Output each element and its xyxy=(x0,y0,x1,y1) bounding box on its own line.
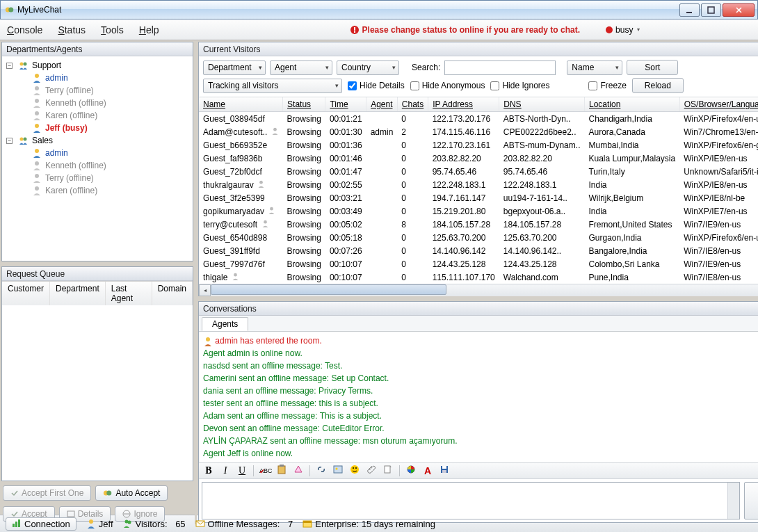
conversations-title: Conversations xyxy=(203,304,257,314)
visitor-row[interactable]: terry@cutesoft Browsing00:05:028184.105.… xyxy=(199,218,758,231)
svg-point-7 xyxy=(20,63,24,66)
hide-details-checkbox[interactable]: Hide Details xyxy=(348,81,405,90)
maximize-button[interactable] xyxy=(701,3,721,17)
close-button[interactable] xyxy=(723,3,755,17)
col-ip-address[interactable]: IP Address xyxy=(428,97,499,112)
bold-button[interactable]: B xyxy=(203,465,214,476)
queue-col-domain[interactable]: Domain xyxy=(152,282,193,305)
departments-panel: Departments/Agents −SupportadminTerry (o… xyxy=(1,42,193,261)
hide-ignores-checkbox[interactable]: Hide Ignores xyxy=(490,81,549,90)
col-dns[interactable]: DNS xyxy=(499,97,585,112)
window-titlebar: MyLiveChat xyxy=(0,0,758,19)
svg-point-34 xyxy=(271,207,274,210)
menu-status[interactable]: Status xyxy=(58,24,86,35)
minimize-button[interactable] xyxy=(679,3,700,17)
menu-help[interactable]: Help xyxy=(139,24,159,35)
svg-point-60 xyxy=(89,519,93,524)
svg-point-18 xyxy=(35,174,39,178)
save-button[interactable] xyxy=(439,465,450,477)
tree-agent[interactable]: Kenneth (offline) xyxy=(3,97,191,109)
visitor-row[interactable]: Guest_3f2e5399Browsing00:03:210194.7.161… xyxy=(199,191,758,204)
emoji-button[interactable] xyxy=(349,465,360,477)
visitor-row[interactable]: Guest_038945dfBrowsing00:01:210122.173.2… xyxy=(199,112,758,126)
request-queue-title: Request Queue xyxy=(6,269,65,279)
send-button[interactable]: Send xyxy=(744,482,758,519)
tab-agents[interactable]: Agents xyxy=(202,317,248,331)
menu-tools[interactable]: Tools xyxy=(101,24,124,35)
horizontal-scrollbar[interactable]: ◂ ▸ xyxy=(199,284,758,296)
visitor-row[interactable]: Guest_391ff9fdBrowsing00:07:26014.140.96… xyxy=(199,244,758,257)
queue-col-customer[interactable]: Customer xyxy=(2,282,50,305)
font-color-button[interactable]: A xyxy=(422,465,433,476)
visitor-row[interactable]: Guest_faf9836bBrowsing00:01:460203.82.82… xyxy=(199,152,758,165)
queue-headers: CustomerDepartmentLast AgentDomain xyxy=(2,281,193,305)
status-value: busy xyxy=(615,25,633,35)
attach-button[interactable] xyxy=(366,465,377,477)
sort-button[interactable]: Sort xyxy=(627,60,678,75)
tree-agent[interactable]: Jeff (busy) xyxy=(3,122,191,134)
svg-rect-59 xyxy=(18,519,20,527)
menu-bar: Console Status Tools Help Please change … xyxy=(0,19,758,40)
editor-scrollbar[interactable] xyxy=(727,483,739,519)
auto-accept-button[interactable]: Auto Accept xyxy=(95,485,168,501)
reload-button[interactable]: Reload xyxy=(632,78,684,93)
tree-agent[interactable]: admin xyxy=(3,147,191,159)
svg-rect-5 xyxy=(354,27,355,31)
status-warning: Please change status to online if you ar… xyxy=(350,25,580,35)
menu-console[interactable]: Console xyxy=(7,24,42,35)
tree-agent[interactable]: Kenneth (offline) xyxy=(3,159,191,172)
statusbar-offline: Offline Messages: 7 xyxy=(195,519,293,529)
queue-col-last-agent[interactable]: Last Agent xyxy=(106,282,152,305)
connection-button[interactable]: Connection xyxy=(6,517,76,531)
search-input[interactable] xyxy=(444,61,556,75)
send-file-button[interactable] xyxy=(382,465,394,477)
col-os-browser-language[interactable]: OS/Browser/Language xyxy=(679,97,758,112)
italic-button[interactable]: I xyxy=(220,465,231,476)
visitor-row[interactable]: Guest_7997d76fBrowsing00:10:070124.43.25… xyxy=(199,257,758,271)
visitor-row[interactable]: Guest_72bf0dcfBrowsing00:01:47095.74.65.… xyxy=(199,165,758,178)
department-dropdown[interactable]: Department xyxy=(203,61,266,75)
visitor-row[interactable]: gopikumaryadav Browsing00:03:49015.219.2… xyxy=(199,204,758,218)
accept-first-button[interactable]: Accept First One xyxy=(3,485,91,501)
tree-agent[interactable]: Terry (offline) xyxy=(3,84,191,97)
visitor-row[interactable]: Guest_b669352eBrowsing00:01:360122.170.2… xyxy=(199,138,758,152)
queue-col-department[interactable]: Department xyxy=(50,282,106,305)
message-input[interactable] xyxy=(202,482,740,519)
hide-anonymous-checkbox[interactable]: Hide Anonymous xyxy=(410,81,485,90)
svg-point-62 xyxy=(127,521,131,524)
spellcheck-button[interactable]: ABC✔ xyxy=(259,467,271,474)
col-status[interactable]: Status xyxy=(283,97,325,112)
tracking-dropdown[interactable]: Tracking all visitors xyxy=(203,79,342,93)
col-location[interactable]: Location xyxy=(584,97,679,112)
agent-tree[interactable]: −SupportadminTerry (offline)Kenneth (off… xyxy=(2,56,193,261)
tree-agent[interactable]: admin xyxy=(3,72,191,84)
departments-title: Departments/Agents xyxy=(6,45,82,54)
paste-button[interactable] xyxy=(276,465,287,477)
col-name[interactable]: Name xyxy=(199,97,283,112)
tree-agent[interactable]: Karen (offline) xyxy=(3,184,191,197)
col-time[interactable]: Time xyxy=(325,97,366,112)
search-field-dropdown[interactable]: Name xyxy=(567,61,622,75)
statusbar-user: Jeff xyxy=(86,519,113,529)
visitor-row[interactable]: Adam@cutesoft.. Browsing00:01:30admin217… xyxy=(199,125,758,138)
visitor-row[interactable]: thigale Browsing00:10:070115.111.107.170… xyxy=(199,271,758,284)
visitors-title: Current Visitors xyxy=(203,45,260,54)
svg-rect-46 xyxy=(280,465,284,467)
col-agent[interactable]: Agent xyxy=(366,97,398,112)
freeze-checkbox[interactable]: Freeze xyxy=(588,81,626,90)
tree-agent[interactable]: Terry (offline) xyxy=(3,172,191,184)
visitor-row[interactable]: thukralgaurav Browsing00:02:550122.248.1… xyxy=(199,178,758,191)
visitors-panel: Current Visitors ︽ Department Agent Coun… xyxy=(198,42,758,296)
clear-button[interactable] xyxy=(293,465,304,477)
visitor-row[interactable]: Guest_6540d898Browsing00:05:180125.63.70… xyxy=(199,231,758,244)
tree-agent[interactable]: Karen (offline) xyxy=(3,109,191,122)
color-button[interactable] xyxy=(405,465,417,477)
svg-point-31 xyxy=(259,180,263,184)
underline-button[interactable]: U xyxy=(236,465,248,476)
image-button[interactable] xyxy=(332,465,344,477)
country-dropdown[interactable]: Country xyxy=(337,61,399,75)
agent-dropdown[interactable]: Agent xyxy=(270,61,332,75)
status-dropdown[interactable]: busy ▾ xyxy=(601,24,645,36)
col-chats[interactable]: Chats xyxy=(397,97,428,112)
link-button[interactable] xyxy=(316,465,327,477)
